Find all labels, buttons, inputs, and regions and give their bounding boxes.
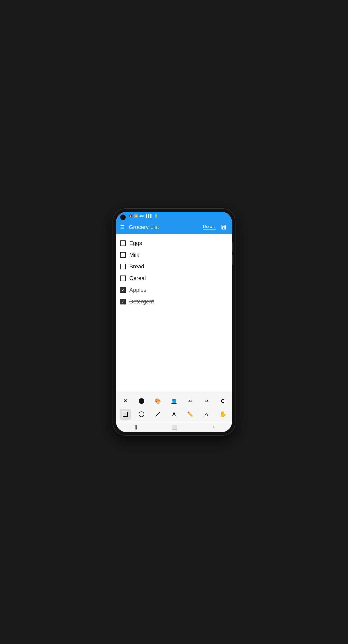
- checkbox-apples[interactable]: [120, 287, 126, 293]
- app-bar: ☰ Grocery List Draw ↓: [116, 220, 232, 234]
- draw-underline: [203, 229, 216, 230]
- close-tool-button[interactable]: ✕: [120, 395, 131, 407]
- lte-label: 4GE: [139, 215, 145, 218]
- hand-tool-button[interactable]: ✋: [217, 409, 228, 420]
- navigation-bar: ||| ⬜ ‹: [116, 422, 232, 432]
- pen-color-button[interactable]: [136, 395, 147, 407]
- recent-apps-button[interactable]: |||: [129, 423, 142, 431]
- mute-icon: 🔇: [129, 214, 133, 218]
- redo-button[interactable]: ↪: [201, 395, 212, 407]
- status-bar: 🔇 📶 4GE ▌▌▌ 🔋: [116, 212, 232, 220]
- drawing-toolbar: ✕ 🎨 🪣 ↩ ↪ C: [116, 392, 232, 422]
- svg-rect-1: [171, 403, 177, 404]
- item-label-apples: Apples: [129, 287, 146, 293]
- rectangle-tool-button[interactable]: [120, 409, 131, 420]
- item-label-detergent: Detergent: [129, 298, 154, 305]
- toolbar-row-2: A ✏️ ✋: [117, 408, 231, 421]
- circle-icon: [139, 411, 144, 417]
- list-item: Milk: [120, 249, 228, 261]
- list-item: Eggs: [120, 237, 228, 249]
- item-label-eggs: Eggs: [129, 240, 142, 247]
- item-label-bread: Bread: [129, 263, 144, 270]
- checkbox-eggs[interactable]: [120, 240, 126, 246]
- signal-icon: ▌▌▌: [146, 214, 153, 218]
- clear-button[interactable]: C: [217, 395, 228, 407]
- battery-icon: 🔋: [154, 214, 158, 218]
- app-title: Grocery List: [129, 224, 199, 231]
- wifi-icon: 📶: [134, 214, 138, 218]
- draw-label: Draw ↓: [203, 224, 216, 229]
- back-button[interactable]: ‹: [208, 423, 219, 432]
- pen-fill-circle: [139, 398, 144, 404]
- checkbox-milk[interactable]: [120, 252, 126, 258]
- list-item: Cereal: [120, 272, 228, 284]
- undo-button[interactable]: ↩: [185, 395, 196, 407]
- volume-down-button[interactable]: [232, 255, 233, 265]
- line-icon: [155, 412, 160, 417]
- checkbox-cereal[interactable]: [120, 275, 126, 281]
- list-item: Bread: [120, 261, 228, 272]
- list-item: Apples: [120, 284, 228, 296]
- list-item: Detergent: [120, 296, 228, 308]
- menu-button[interactable]: ☰: [120, 224, 125, 230]
- draw-tool-button[interactable]: ✏️: [185, 409, 196, 420]
- toolbar-row-1: ✕ 🎨 🪣 ↩ ↪ C: [117, 394, 231, 408]
- item-label-milk: Milk: [129, 252, 139, 258]
- checkbox-bread[interactable]: [120, 264, 126, 269]
- checkbox-detergent[interactable]: [120, 299, 126, 304]
- item-label-cereal: Cereal: [129, 275, 146, 282]
- svg-marker-2: [205, 413, 208, 416]
- draw-mode-button[interactable]: Draw ↓: [203, 224, 216, 230]
- svg-text:🪣: 🪣: [171, 399, 177, 404]
- save-button[interactable]: [220, 223, 228, 231]
- phone-frame: 🔇 📶 4GE ▌▌▌ 🔋 ☰ Grocery List Draw ↓: [113, 209, 235, 435]
- phone-screen: 🔇 📶 4GE ▌▌▌ 🔋 ☰ Grocery List Draw ↓: [116, 212, 232, 432]
- status-icons: 🔇 📶 4GE ▌▌▌ 🔋: [129, 214, 158, 218]
- text-tool-button[interactable]: A: [168, 409, 180, 420]
- circle-tool-button[interactable]: [136, 409, 147, 420]
- line-tool-button[interactable]: [152, 409, 163, 420]
- camera-hole: [120, 214, 126, 220]
- fill-button[interactable]: 🪣: [168, 395, 180, 407]
- palette-button[interactable]: 🎨: [152, 395, 163, 407]
- home-button[interactable]: ⬜: [167, 423, 183, 431]
- content-area: Eggs Milk Bread Cereal Apples Detergent: [116, 234, 232, 392]
- eraser-tool-button[interactable]: [201, 409, 212, 420]
- rectangle-icon: [123, 412, 128, 417]
- volume-up-button[interactable]: [232, 242, 233, 252]
